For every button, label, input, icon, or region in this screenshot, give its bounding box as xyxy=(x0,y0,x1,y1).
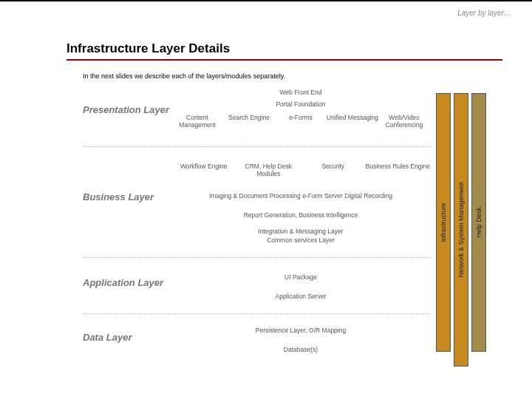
cell-webvideo: Web/Video Conferencing xyxy=(378,114,430,129)
row-webfront: Web Front End xyxy=(171,89,430,96)
intro-text: In the next slides we describe each of t… xyxy=(83,72,285,80)
layer-label-data: Data Layer xyxy=(83,332,171,344)
breadcrumb: Layer by layer… xyxy=(457,9,511,17)
divider-1 xyxy=(83,146,430,147)
row-app1: UI Package xyxy=(171,273,430,281)
pillar-helpdesk: Help Desk xyxy=(471,93,486,352)
layer-label-application: Application Layer xyxy=(83,278,171,289)
title-underline xyxy=(66,59,502,61)
divider-3 xyxy=(83,313,430,314)
pillar-infrastructure-label: Infrastructure xyxy=(440,202,447,242)
pillar-infrastructure: Infrastructure xyxy=(436,93,451,352)
pillar-network: Network & System Management xyxy=(454,93,468,366)
row-portal: Portal Foundation xyxy=(171,100,430,108)
row-biz4a: Integration & Messaging Layer xyxy=(171,228,430,235)
cell-eforms: e-Forms xyxy=(275,114,327,129)
pillar-network-label: Network & System Management xyxy=(457,182,465,277)
row-biz4b: Common services Layer xyxy=(171,236,430,244)
layer-label-presentation: Presentation Layer xyxy=(83,105,171,116)
cell-rules: Business Rules Engine xyxy=(366,163,431,177)
row-biz2: Imaging & Document Processing e-Form Ser… xyxy=(171,192,430,200)
row-data1: Persistence Layer, O/R Mapping xyxy=(171,327,430,334)
cell-unified-msg: Unified Messaging xyxy=(327,114,378,129)
row-biz-cells: Workflow Engine CRM, Help Desk Modules S… xyxy=(171,163,430,177)
cell-content-mgmt: Content Management xyxy=(171,114,223,129)
row-presentation-cells: Content Management Search Engine e-Forms… xyxy=(171,114,430,129)
cell-security: Security xyxy=(301,163,366,177)
top-rule xyxy=(0,0,532,1)
pillar-helpdesk-label: Help Desk xyxy=(475,207,482,238)
cell-crm: CRM, Help Desk Modules xyxy=(236,163,301,177)
row-data2: Database(s) xyxy=(171,346,430,353)
row-app2: Application Server xyxy=(171,293,430,300)
row-biz3: Report Generation, Business Intelligence xyxy=(171,211,430,219)
page-title: Infrastructure Layer Details xyxy=(66,41,502,59)
cell-search: Search Engine xyxy=(223,114,275,129)
cell-workflow: Workflow Engine xyxy=(171,163,236,177)
divider-2 xyxy=(83,257,430,258)
layer-label-business: Business Layer xyxy=(83,192,171,203)
title-block: Infrastructure Layer Details xyxy=(66,41,502,61)
diagram-canvas: Presentation Layer Web Front End Portal … xyxy=(83,89,497,384)
